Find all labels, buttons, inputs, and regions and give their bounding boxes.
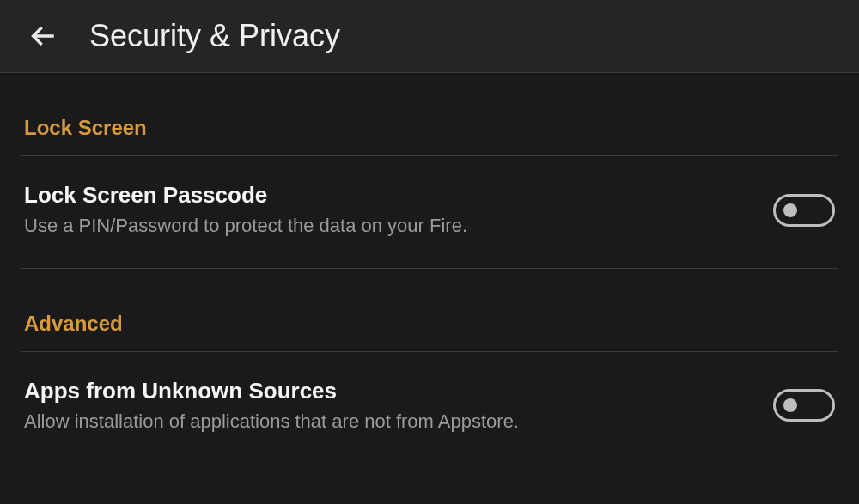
settings-content: Lock Screen Lock Screen Passcode Use a P…: [0, 73, 859, 451]
back-button[interactable]: [24, 17, 62, 55]
setting-title: Lock Screen Passcode: [24, 182, 756, 209]
setting-lock-screen-passcode[interactable]: Lock Screen Passcode Use a PIN/Password …: [21, 156, 838, 269]
setting-description: Use a PIN/Password to protect the data o…: [24, 214, 756, 239]
section-header-lock-screen: Lock Screen: [21, 73, 838, 156]
toggle-knob-icon: [783, 203, 797, 217]
toggle-apps-unknown-sources[interactable]: [773, 389, 835, 422]
setting-text: Lock Screen Passcode Use a PIN/Password …: [24, 182, 756, 239]
setting-title: Apps from Unknown Sources: [24, 378, 756, 404]
setting-text: Apps from Unknown Sources Allow installa…: [24, 378, 756, 434]
setting-apps-unknown-sources[interactable]: Apps from Unknown Sources Allow installa…: [21, 352, 838, 452]
header-bar: Security & Privacy: [0, 0, 859, 73]
page-title: Security & Privacy: [89, 18, 340, 54]
section-header-advanced: Advanced: [21, 269, 838, 352]
toggle-lock-screen-passcode[interactable]: [773, 194, 835, 227]
toggle-knob-icon: [783, 398, 797, 412]
arrow-left-icon: [28, 21, 58, 51]
setting-description: Allow installation of applications that …: [24, 410, 756, 434]
